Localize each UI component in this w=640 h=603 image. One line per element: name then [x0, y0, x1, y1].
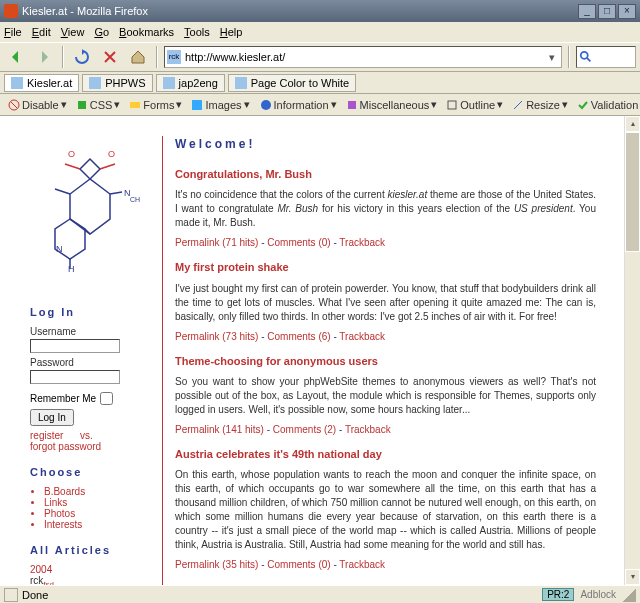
tab-pagecolor[interactable]: Page Color to White: [228, 74, 356, 92]
pagerank-badge[interactable]: PR:2: [542, 588, 574, 601]
svg-rect-4: [192, 100, 202, 110]
dev-validation[interactable]: Validation▾: [573, 97, 640, 112]
remember-checkbox[interactable]: [100, 392, 113, 405]
firefox-icon: [4, 4, 18, 18]
year-link[interactable]: 2004: [30, 564, 52, 575]
svg-rect-7: [448, 101, 456, 109]
permalink[interactable]: Permalink (141 hits): [175, 424, 264, 435]
minimize-button[interactable]: _: [578, 4, 596, 19]
post-title[interactable]: Austria celebrates it's 49th national da…: [175, 447, 596, 462]
trackback-link[interactable]: Trackback: [339, 237, 385, 248]
divider: [162, 136, 163, 585]
close-button[interactable]: ×: [618, 4, 636, 19]
post-body: I've just bought my first can of protein…: [175, 282, 596, 324]
menu-go[interactable]: Go: [94, 26, 109, 38]
page-viewport: O O N CH₃ N H Log In Username Password R…: [0, 116, 640, 585]
status-text: Done: [22, 589, 542, 601]
sidebar: O O N CH₃ N H Log In Username Password R…: [30, 136, 150, 585]
permalink[interactable]: Permalink (71 hits): [175, 237, 258, 248]
menu-view[interactable]: View: [61, 26, 85, 38]
svg-point-0: [581, 52, 588, 59]
username-input[interactable]: [30, 339, 120, 353]
maximize-button[interactable]: □: [598, 4, 616, 19]
dev-outline[interactable]: Outline▾: [442, 97, 507, 112]
register-link[interactable]: register: [30, 430, 63, 441]
tab-phpws[interactable]: PHPWS: [82, 74, 152, 92]
post-meta: Permalink (73 hits) - Comments (6) - Tra…: [175, 330, 596, 344]
comments-link[interactable]: Comments (2): [273, 424, 336, 435]
post-meta: Permalink (71 hits) - Comments (0) - Tra…: [175, 236, 596, 250]
all-articles-heading: All Articles: [30, 544, 150, 556]
choose-bboards[interactable]: B.Boards: [44, 486, 85, 497]
password-input[interactable]: [30, 370, 120, 384]
svg-point-5: [261, 100, 271, 110]
dev-css[interactable]: CSS▾: [72, 97, 125, 112]
welcome-heading: Welcome!: [175, 136, 596, 153]
dev-images[interactable]: Images▾: [187, 97, 253, 112]
post-title[interactable]: Sony Sucks: [175, 582, 596, 585]
forgot-password-link[interactable]: forgot password: [30, 441, 101, 452]
choose-interests[interactable]: Interests: [44, 519, 82, 530]
choose-heading: Choose: [30, 466, 150, 478]
remember-label: Remember Me: [30, 393, 96, 404]
password-label: Password: [30, 357, 150, 368]
search-box[interactable]: [576, 46, 636, 68]
svg-text:CH₃: CH₃: [130, 196, 140, 203]
post-body: So you want to show your phpWebSite them…: [175, 375, 596, 417]
comments-link[interactable]: Comments (0): [267, 559, 330, 570]
forward-button[interactable]: [32, 46, 56, 68]
svg-text:O: O: [68, 149, 75, 159]
trackback-link[interactable]: Trackback: [345, 424, 391, 435]
dev-information[interactable]: Information▾: [256, 97, 341, 112]
url-bar[interactable]: rck ▾: [164, 46, 562, 68]
dev-misc[interactable]: Miscellaneous▾: [342, 97, 442, 112]
post-title[interactable]: Theme-choosing for anonymous users: [175, 354, 596, 369]
vertical-scrollbar[interactable]: ▴ ▾: [624, 116, 640, 585]
trackback-link[interactable]: Trackback: [339, 559, 385, 570]
trackback-link[interactable]: Trackback: [339, 331, 385, 342]
permalink[interactable]: Permalink (35 hits): [175, 559, 258, 570]
svg-rect-6: [348, 101, 356, 109]
tab-kiesler[interactable]: Kiesler.at: [4, 74, 79, 92]
tab-jap2eng[interactable]: jap2eng: [156, 74, 225, 92]
menu-bookmarks[interactable]: Bookmarks: [119, 26, 174, 38]
rck-tag: rckfsd: [30, 575, 150, 585]
svg-text:H: H: [68, 264, 75, 274]
post-title[interactable]: My first protein shake: [175, 260, 596, 275]
reload-button[interactable]: [70, 46, 94, 68]
url-dropdown-icon[interactable]: ▾: [545, 51, 559, 64]
menu-file[interactable]: File: [4, 26, 22, 38]
svg-text:N: N: [56, 244, 63, 254]
choose-photos[interactable]: Photos: [44, 508, 75, 519]
nav-toolbar: rck ▾: [0, 42, 640, 72]
post-body: It's no coincidence that the colors of t…: [175, 188, 596, 230]
dev-disable[interactable]: Disable▾: [4, 97, 71, 112]
url-input[interactable]: [185, 51, 545, 63]
scroll-thumb[interactable]: [625, 132, 640, 252]
back-button[interactable]: [4, 46, 28, 68]
choose-links[interactable]: Links: [44, 497, 67, 508]
menu-tools[interactable]: Tools: [184, 26, 210, 38]
webdev-toolbar: Disable▾ CSS▾ Forms▾ Images▾ Information…: [0, 94, 640, 116]
menu-bar: File Edit View Go Bookmarks Tools Help: [0, 22, 640, 42]
login-button[interactable]: Log In: [30, 409, 74, 426]
status-bar: Done PR:2 Adblock: [0, 585, 640, 603]
scroll-up-button[interactable]: ▴: [625, 116, 640, 132]
home-button[interactable]: [126, 46, 150, 68]
svg-rect-2: [78, 101, 86, 109]
comments-link[interactable]: Comments (0): [267, 237, 330, 248]
site-favicon: rck: [167, 50, 181, 64]
menu-edit[interactable]: Edit: [32, 26, 51, 38]
post-meta: Permalink (141 hits) - Comments (2) - Tr…: [175, 423, 596, 437]
menu-help[interactable]: Help: [220, 26, 243, 38]
comments-link[interactable]: Comments (6): [267, 331, 330, 342]
post-title[interactable]: Congratulations, Mr. Bush: [175, 167, 596, 182]
adblock-label[interactable]: Adblock: [580, 589, 616, 600]
dev-forms[interactable]: Forms▾: [125, 97, 186, 112]
stop-button[interactable]: [98, 46, 122, 68]
resize-grip[interactable]: [622, 588, 636, 602]
status-icon: [4, 588, 18, 602]
permalink[interactable]: Permalink (73 hits): [175, 331, 258, 342]
dev-resize[interactable]: Resize▾: [508, 97, 572, 112]
scroll-down-button[interactable]: ▾: [625, 569, 640, 585]
